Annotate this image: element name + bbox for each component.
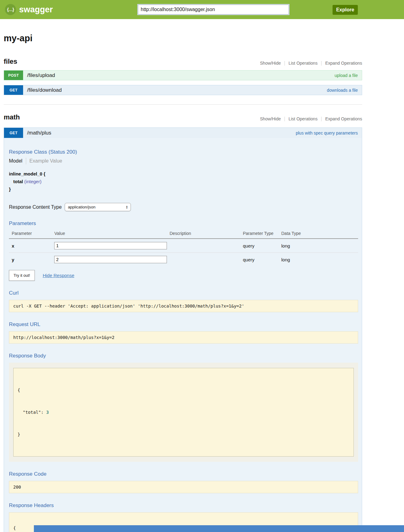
request-url-heading: Request URL: [9, 321, 358, 328]
col-value: Value: [54, 229, 169, 239]
controls-divider: [321, 61, 321, 66]
explore-button[interactable]: Explore: [333, 5, 358, 15]
section-controls-math: Show/Hide List Operations Expand Operati…: [260, 116, 362, 121]
parameter-name: x: [9, 239, 54, 253]
spec-url-input[interactable]: [138, 5, 289, 14]
col-description: Description: [170, 229, 243, 239]
tab-model[interactable]: Model: [9, 158, 22, 164]
response-code-block: 200: [9, 481, 358, 493]
post-method-badge: POST: [4, 71, 23, 80]
tab-example-value[interactable]: Example Value: [30, 158, 62, 164]
list-operations-link[interactable]: List Operations: [289, 61, 317, 66]
response-body-heading: Response Body: [9, 353, 358, 359]
operation-summary-link[interactable]: downloads a file: [327, 88, 358, 93]
operation-content: Response Class (Status 200) Model Exampl…: [4, 149, 362, 532]
json-separator: :: [41, 410, 46, 415]
parameter-data-type: long: [281, 239, 358, 253]
parameter-name: y: [9, 253, 54, 267]
show-hide-link[interactable]: Show/Hide: [260, 116, 281, 121]
parameter-type: query: [243, 239, 281, 253]
operation-summary-link[interactable]: plus with spec query parameters: [296, 131, 358, 135]
expand-operations-link[interactable]: Expand Operations: [325, 116, 362, 121]
parameter-description: [170, 239, 243, 253]
response-body-container: { "total": 3 }: [9, 363, 358, 462]
response-body-block: { "total": 3 }: [13, 368, 354, 457]
response-content-type-row: Response Content Type application/json ▲…: [9, 203, 358, 211]
top-header-bar: {…} swagger Explore: [0, 0, 404, 19]
controls-divider: [321, 117, 321, 121]
page-title: my-api: [4, 33, 362, 43]
operation-row-post-files-upload[interactable]: POST /files/upload upload a file: [4, 70, 362, 80]
main-content: my-api files Show/Hide List Operations E…: [4, 33, 362, 532]
show-hide-link[interactable]: Show/Hide: [260, 61, 281, 66]
get-method-badge: GET: [4, 128, 23, 138]
curl-command-block: curl -X GET --header 'Accept: applicatio…: [9, 300, 358, 312]
json-open-brace: {: [18, 386, 349, 394]
section-title-math[interactable]: math: [4, 113, 20, 121]
operation-row-get-files-download[interactable]: GET /files/download downloads a file: [4, 85, 362, 95]
tab-divider: [26, 158, 26, 164]
col-parameter: Parameter: [9, 229, 54, 239]
parameters-table: Parameter Value Description Parameter Ty…: [9, 229, 358, 266]
parameter-row-x: x query long: [9, 239, 358, 253]
hide-response-link[interactable]: Hide Response: [43, 273, 75, 278]
parameter-data-type: long: [281, 253, 358, 267]
model-property-line: total (integer): [9, 178, 358, 185]
parameter-value-input-x[interactable]: [54, 242, 167, 249]
parameter-value-input-y[interactable]: [54, 256, 167, 263]
signature-tabs: Model Example Value: [9, 158, 358, 164]
controls-divider: [285, 117, 285, 121]
model-open-line: inline_model_0 {: [9, 170, 358, 178]
response-content-type-select[interactable]: application/json ▲▼: [65, 203, 131, 211]
json-total-line: "total": 3: [18, 409, 349, 416]
parameter-type: query: [243, 253, 281, 267]
operation-path[interactable]: /files/download: [27, 87, 62, 93]
response-code-heading: Response Code: [9, 471, 358, 477]
json-value: 3: [46, 410, 49, 415]
bottom-blue-bar: [34, 525, 404, 532]
try-it-out-button[interactable]: Try it out!: [9, 270, 35, 281]
response-content-type-label: Response Content Type: [9, 204, 62, 210]
section-header-math: math Show/Hide List Operations Expand Op…: [4, 113, 362, 121]
property-name: total: [13, 179, 23, 184]
model-close-line: }: [9, 185, 358, 193]
property-type: (integer): [24, 179, 42, 184]
section-divider: [4, 104, 362, 105]
operation-row-get-math-plus[interactable]: GET /math/plus plus with spec query para…: [4, 128, 362, 138]
expand-operations-link[interactable]: Expand Operations: [325, 61, 362, 66]
get-method-badge: GET: [4, 85, 23, 95]
curl-heading: Curl: [9, 290, 358, 296]
controls-divider: [285, 61, 285, 66]
swagger-brand[interactable]: {…} swagger: [5, 0, 53, 19]
response-headers-heading: Response Headers: [9, 502, 358, 509]
request-url-block: http://localhost:3000/math/plus?x=1&y=2: [9, 331, 358, 344]
operation-summary-link[interactable]: upload a file: [334, 73, 358, 78]
operation-panel-get-math-plus: GET /math/plus plus with spec query para…: [4, 127, 362, 532]
section-title-files[interactable]: files: [4, 58, 17, 66]
select-arrows-icon: ▲▼: [126, 205, 128, 209]
parameters-header-row: Parameter Value Description Parameter Ty…: [9, 229, 358, 239]
selected-content-type: application/json: [68, 205, 95, 209]
parameters-heading: Parameters: [9, 220, 358, 227]
col-data-type: Data Type: [281, 229, 358, 239]
section-controls-files: Show/Hide List Operations Expand Operati…: [260, 61, 362, 66]
operation-path[interactable]: /files/upload: [27, 72, 55, 79]
parameter-description: [170, 253, 243, 267]
operation-path[interactable]: /math/plus: [27, 130, 51, 136]
parameter-row-y: y query long: [9, 253, 358, 267]
list-operations-link[interactable]: List Operations: [289, 116, 317, 121]
model-signature: inline_model_0 { total (integer) }: [9, 170, 358, 193]
section-header-files: files Show/Hide List Operations Expand O…: [4, 58, 362, 66]
swagger-logo-icon: {…}: [5, 4, 16, 15]
brand-title: swagger: [19, 5, 53, 14]
response-class-heading: Response Class (Status 200): [9, 149, 358, 155]
actions-row: Try it out! Hide Response: [9, 270, 358, 281]
json-close-brace: }: [18, 431, 349, 438]
col-parameter-type: Parameter Type: [243, 229, 281, 239]
json-key: "total": [23, 410, 41, 415]
